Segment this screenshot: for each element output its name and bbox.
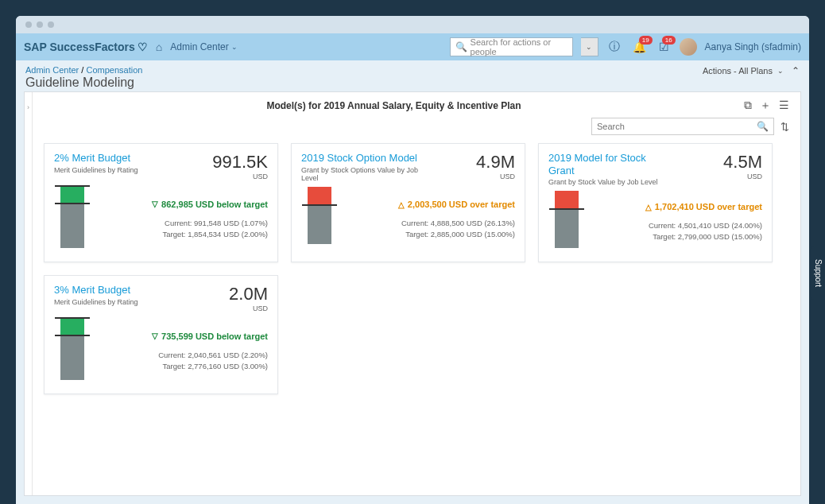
card-info: △ 2,003,500 USD over target Current: 4,8… <box>337 187 515 252</box>
card-info: ▽ 862,985 USD below target Current: 991,… <box>90 185 268 252</box>
card-currency: USD <box>476 173 515 180</box>
chevron-down-icon: ⌄ <box>777 67 784 75</box>
home-icon[interactable]: ⌂ <box>156 41 162 53</box>
card-subtitle: Grant by Stock Value by Job Level <box>548 178 672 186</box>
delta-line: ▽ 735,599 USD below target <box>90 331 268 341</box>
current-line: Current: 4,501,410 USD (24.00%) <box>584 221 762 230</box>
delta-text: 2,003,500 USD over target <box>408 200 515 209</box>
heart-icon: ♡ <box>138 41 148 53</box>
breadcrumb-admin[interactable]: Admin Center <box>25 65 79 75</box>
chevron-down-icon: ⌄ <box>231 43 238 51</box>
actions-all-plans[interactable]: Actions - All Plans ⌄ ⌃ <box>703 65 800 76</box>
page-title: Guideline Modeling <box>25 76 142 90</box>
current-line: Current: 991,548 USD (1.07%) <box>90 219 268 227</box>
copy-icon[interactable]: ⧉ <box>744 99 752 113</box>
card-title[interactable]: 3% Merit Budget <box>54 284 138 297</box>
target-line: Target: 1,854,534 USD (2.00%) <box>90 230 268 238</box>
bar-segment-gray <box>308 206 331 244</box>
bar-segment-gray <box>555 210 579 248</box>
top-navbar: SAP SuccessFactors ♡ ⌂ Admin Center ⌄ 🔍 … <box>16 33 809 60</box>
tasks-badge: 16 <box>662 36 676 45</box>
search-dropdown[interactable]: ⌄ <box>581 37 598 56</box>
support-tab[interactable]: Support <box>811 246 825 300</box>
card-title[interactable]: 2% Merit Budget <box>54 152 138 165</box>
model-card[interactable]: 3% Merit Budget Merit Guidelines by Rati… <box>44 275 278 394</box>
breadcrumb: Admin Center / Compensation <box>25 65 142 75</box>
target-line: Target: 2,776,160 USD (3.00%) <box>90 362 268 370</box>
card-subtitle: Merit Guidelines by Rating <box>54 298 138 306</box>
target-line: Target: 2,799,000 USD (15.00%) <box>584 232 762 241</box>
card-subtitle: Grant by Stock Options Value by Job Leve… <box>301 166 424 182</box>
delta-line: ▽ 862,985 USD below target <box>90 200 268 209</box>
notifications-icon[interactable]: 🔔 19 <box>633 41 646 53</box>
card-subtitle: Merit Guidelines by Rating <box>54 166 138 174</box>
card-currency: USD <box>229 304 268 312</box>
window-dot[interactable] <box>37 21 43 28</box>
help-icon[interactable]: ⓘ <box>609 40 620 54</box>
search-icon: 🔍 <box>455 41 467 52</box>
main-area: Admin Center / Compensation Guideline Mo… <box>16 60 809 504</box>
card-value: 4.9M <box>476 152 515 173</box>
notification-badge: 19 <box>639 36 653 45</box>
panel-search[interactable]: 🔍 <box>591 118 774 135</box>
breadcrumb-compensation[interactable]: Compensation <box>86 65 142 75</box>
delta-line: △ 2,003,500 USD over target <box>337 200 515 209</box>
global-search[interactable]: 🔍 Search for actions or people <box>450 37 573 56</box>
nav-admin-center[interactable]: Admin Center ⌄ <box>170 41 237 52</box>
bar-segment-gray <box>60 204 84 248</box>
chevron-up-icon: ⌃ <box>792 65 800 76</box>
window-dot[interactable] <box>48 21 54 28</box>
model-card[interactable]: 2% Merit Budget Merit Guidelines by Rati… <box>44 143 278 262</box>
card-body: △ 2,003,500 USD over target Current: 4,8… <box>301 187 515 252</box>
triangle-icon: △ <box>398 200 405 209</box>
avatar[interactable] <box>680 38 697 56</box>
card-header: 3% Merit Budget Merit Guidelines by Rati… <box>54 284 268 312</box>
panel-title: Model(s) for 2019 Annual Salary, Equity … <box>44 100 744 111</box>
bar-chart <box>54 317 90 384</box>
card-title[interactable]: 2019 Stock Option Model <box>301 152 424 165</box>
bar-chart <box>548 191 584 252</box>
triangle-icon: ▽ <box>152 331 158 340</box>
add-icon[interactable]: ＋ <box>760 99 771 113</box>
card-info: △ 1,702,410 USD over target Current: 4,5… <box>584 191 762 252</box>
current-line: Current: 2,040,561 USD (2.20%) <box>90 351 268 359</box>
bar-segment-top <box>60 187 84 203</box>
menu-icon[interactable]: ☰ <box>779 99 789 113</box>
card-info: ▽ 735,599 USD below target Current: 2,04… <box>90 317 268 384</box>
expand-handle[interactable]: › <box>25 92 33 495</box>
card-body: △ 1,702,410 USD over target Current: 4,5… <box>548 191 762 252</box>
product-logo: SAP SuccessFactors ♡ <box>24 41 148 53</box>
card-value: 4.5M <box>723 152 762 173</box>
current-line: Current: 4,888,500 USD (26.13%) <box>337 219 515 227</box>
actions-label: Actions - All Plans <box>703 66 773 76</box>
nav-link-label: Admin Center <box>170 41 228 52</box>
delta-text: 1,702,410 USD over target <box>655 202 762 211</box>
card-currency: USD <box>723 173 762 180</box>
model-card[interactable]: 2019 Model for Stock Grant Grant by Stoc… <box>538 143 773 262</box>
panel-toolbar: ⧉ ＋ ☰ <box>744 99 789 113</box>
bar-segment-top <box>60 319 84 335</box>
model-card[interactable]: 2019 Stock Option Model Grant by Stock O… <box>291 143 525 262</box>
sort-icon[interactable]: ⇅ <box>780 121 789 133</box>
panel-body: Model(s) for 2019 Annual Salary, Equity … <box>33 92 800 495</box>
breadcrumb-row: Admin Center / Compensation Guideline Mo… <box>24 60 801 91</box>
window-dot[interactable] <box>25 21 32 28</box>
search-icon[interactable]: 🔍 <box>757 121 769 132</box>
bar-segment-gray <box>60 336 84 380</box>
card-header: 2019 Stock Option Model Grant by Stock O… <box>301 152 515 182</box>
card-header: 2019 Model for Stock Grant Grant by Stoc… <box>548 152 762 186</box>
cards-grid: 2% Merit Budget Merit Guidelines by Rati… <box>44 143 789 394</box>
bar-chart <box>301 187 337 252</box>
card-body: ▽ 735,599 USD below target Current: 2,04… <box>54 317 268 384</box>
panel-search-input[interactable] <box>597 122 757 131</box>
triangle-icon: △ <box>645 203 652 211</box>
panel-search-row: 🔍 ⇅ <box>44 118 789 135</box>
delta-text: 862,985 USD below target <box>161 200 268 209</box>
bar-segment-top <box>555 191 579 208</box>
product-name: SAP SuccessFactors <box>24 41 135 53</box>
triangle-icon: ▽ <box>152 200 158 208</box>
search-placeholder: Search for actions or people <box>471 37 567 56</box>
card-title[interactable]: 2019 Model for Stock Grant <box>548 152 672 176</box>
tasks-icon[interactable]: ☑ 16 <box>659 41 669 53</box>
target-line: Target: 2,885,000 USD (15.00%) <box>337 230 515 238</box>
